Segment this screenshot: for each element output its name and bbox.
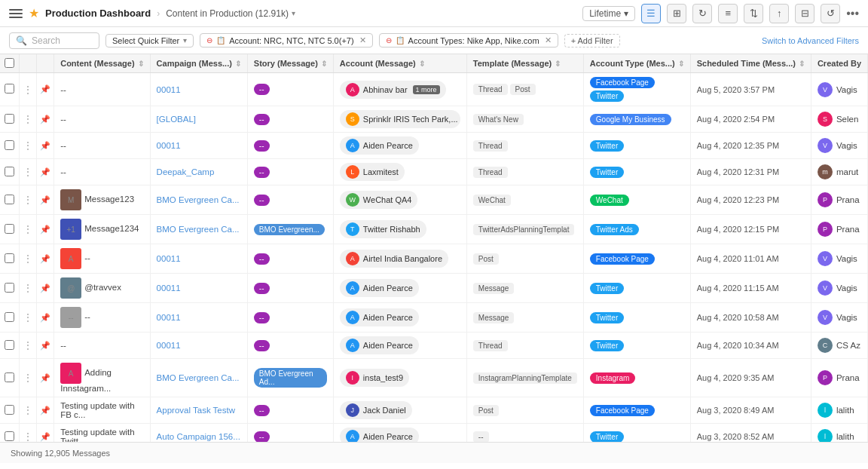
story-badge[interactable]: BMO Evergreen Ad... [254,368,327,388]
account-badge[interactable]: LLaxmitest [340,163,405,181]
row-checkbox[interactable] [5,372,14,382]
campaign-cell[interactable]: BMO Evergreen Ca... [150,359,247,397]
account-type-cell[interactable]: Facebook PageTwitter [583,73,690,106]
story-cell[interactable]: -- [247,333,333,359]
row-checkbox[interactable] [5,167,14,176]
account-type-column-header[interactable]: Account Type (Mes...)⇕ [583,54,690,73]
account-cell[interactable]: JJack Daniel [333,397,466,424]
campaign-link[interactable]: BMO Evergreen Ca... [157,225,240,234]
select-all-checkbox[interactable] [5,58,14,68]
row-actions-cell[interactable]: ⋮ [20,185,37,215]
account-badge[interactable]: AAiden Pearce [340,279,419,297]
story-badge[interactable]: -- [254,283,270,294]
row-menu-icon[interactable]: ⋮ [23,311,33,323]
account-type-filter-close-icon[interactable]: ✕ [545,35,552,45]
account-badge[interactable]: AAiden Pearce [340,136,419,155]
story-badge[interactable]: BMO Evergreen... [254,224,325,235]
account-type-badge[interactable]: Twitter [590,283,624,294]
row-checkbox-cell[interactable] [0,274,20,303]
account-type-badge[interactable]: Facebook Page [590,405,655,416]
campaign-link[interactable]: BMO Evergreen Ca... [157,195,240,204]
account-filter-close-icon[interactable]: ✕ [359,35,366,45]
account-type-cell[interactable]: Twitter Ads [583,215,690,244]
row-actions-cell[interactable]: ⋮ [20,333,37,359]
account-type-filter-chip[interactable]: ⊖ 📋 Account Types: Nike App, Nike.com ✕ [379,33,558,48]
row-checkbox-cell[interactable] [0,424,20,443]
advanced-filters-link[interactable]: Switch to Advanced Filters [762,36,859,45]
row-actions-cell[interactable]: ⋮ [20,397,37,424]
campaign-link[interactable]: 00011 [157,254,181,263]
account-badge[interactable]: JJack Daniel [340,401,412,419]
row-pin-icon[interactable]: 📌 [40,284,50,293]
story-badge[interactable]: -- [254,140,270,152]
row-pin-cell[interactable]: 📌 [37,133,54,159]
account-type-cell[interactable]: Twitter [583,274,690,303]
sort-button[interactable]: ⇅ [744,4,763,23]
campaign-cell[interactable]: BMO Evergreen Ca... [150,215,247,244]
export-button[interactable]: ↑ [769,4,789,23]
row-actions-cell[interactable]: ⋮ [20,424,37,443]
campaign-column-header[interactable]: Campaign (Mess...)⇕ [150,54,247,73]
account-type-badge[interactable]: WeChat [590,195,629,206]
account-type-badge[interactable]: Instagram [590,372,635,384]
story-cell[interactable]: -- [247,133,333,159]
account-type-badge[interactable]: Google My Business [590,114,671,125]
hamburger-menu-icon[interactable] [9,7,23,20]
row-pin-icon[interactable]: 📌 [40,141,50,150]
columns-button[interactable]: ⊟ [795,4,815,23]
row-actions-cell[interactable]: ⋮ [20,106,37,133]
account-badge[interactable]: WWeChat QA4 [340,191,418,209]
account-type-badge[interactable]: Twitter [590,167,624,178]
campaign-cell[interactable]: 00011 [150,333,247,359]
account-type-badge[interactable]: Facebook Page [590,253,655,265]
story-badge[interactable]: -- [254,84,270,95]
row-pin-icon[interactable]: 📌 [40,195,50,204]
story-cell[interactable]: -- [247,185,333,215]
template-column-header[interactable]: Template (Message)⇕ [466,54,583,73]
account-type-cell[interactable]: WeChat [583,185,690,215]
story-badge[interactable]: -- [254,340,270,351]
row-checkbox[interactable] [5,405,14,415]
row-pin-cell[interactable]: 📌 [37,424,54,443]
account-cell[interactable]: AAiden Pearce [333,303,466,333]
account-badge[interactable]: Iinsta_test9 [340,369,409,387]
row-checkbox[interactable] [5,84,14,93]
more-options-icon[interactable]: ••• [846,7,859,20]
story-cell[interactable]: -- [247,424,333,443]
account-badge[interactable]: AAiden Pearce [340,428,419,442]
campaign-cell[interactable]: 00011 [150,73,247,106]
story-cell[interactable]: BMO Evergreen Ad... [247,359,333,397]
account-type-cell[interactable]: Instagram [583,359,690,397]
account-filter-chip[interactable]: ⊖ 📋 Account: NRC, NTC, NTC 5.0(+7) ✕ [200,33,372,48]
row-menu-icon[interactable]: ⋮ [23,282,33,294]
account-cell[interactable]: Iinsta_test9 [333,359,466,397]
row-checkbox-cell[interactable] [0,333,20,359]
row-pin-icon[interactable]: 📌 [40,115,50,124]
row-pin-icon[interactable]: 📌 [40,406,50,415]
story-cell[interactable]: -- [247,303,333,333]
story-cell[interactable]: -- [247,274,333,303]
row-pin-cell[interactable]: 📌 [37,274,54,303]
account-type-badge[interactable]: Twitter [590,312,624,323]
row-checkbox-cell[interactable] [0,133,20,159]
favorite-star-icon[interactable]: ★ [29,6,39,20]
row-checkbox[interactable] [5,114,14,124]
account-type-badge[interactable]: Twitter [590,140,624,152]
select-all-header[interactable] [0,54,20,73]
account-cell[interactable]: LLaxmitest [333,159,466,185]
campaign-link[interactable]: 00011 [157,284,181,293]
row-checkbox[interactable] [5,140,14,150]
row-actions-cell[interactable]: ⋮ [20,244,37,274]
campaign-cell[interactable]: 00011 [150,303,247,333]
story-cell[interactable]: -- [247,397,333,424]
campaign-link[interactable]: [GLOBAL] [157,115,196,124]
row-pin-icon[interactable]: 📌 [40,432,50,441]
account-cell[interactable]: SSprinklr IRIS Tech Park,... [333,106,466,133]
row-checkbox[interactable] [5,340,14,350]
row-menu-icon[interactable]: ⋮ [23,253,33,265]
story-cell[interactable]: -- [247,159,333,185]
row-menu-icon[interactable]: ⋮ [23,339,33,351]
row-checkbox-cell[interactable] [0,106,20,133]
row-menu-icon[interactable]: ⋮ [23,113,33,125]
campaign-cell[interactable]: 00011 [150,274,247,303]
